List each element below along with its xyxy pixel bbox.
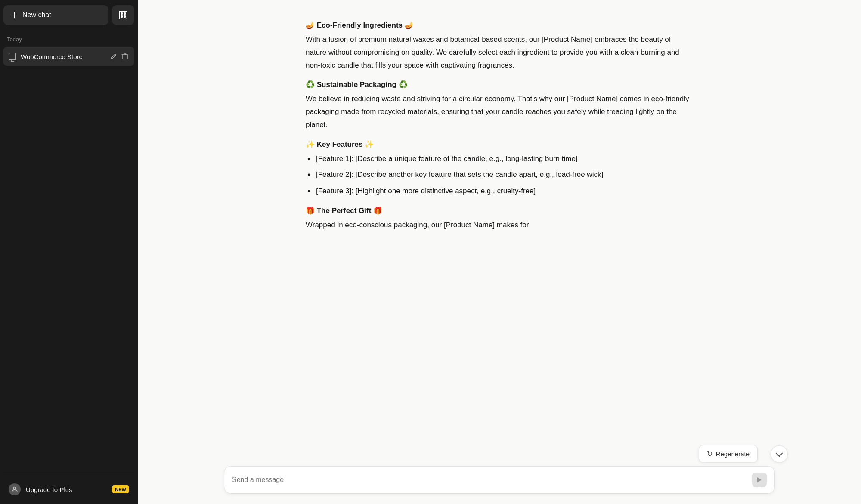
user-avatar <box>9 483 21 495</box>
svg-rect-0 <box>122 55 127 59</box>
refresh-icon: ↻ <box>707 450 712 458</box>
list-item: [Feature 1]: [Describe a unique feature … <box>306 152 693 165</box>
trash-icon <box>121 53 128 60</box>
upgrade-button[interactable]: Upgrade to Plus NEW <box>3 478 134 501</box>
delete-chat-button[interactable] <box>121 52 129 61</box>
chat-item[interactable]: WooCommerce Store <box>3 47 134 66</box>
layout-icon <box>119 11 127 19</box>
section-sustainable: ♻️ Sustainable Packaging ♻️ We believe i… <box>306 80 693 131</box>
chevron-down-icon <box>776 450 783 457</box>
new-chat-button[interactable]: New chat <box>3 5 108 25</box>
chat-icon <box>9 53 16 60</box>
eco-friendly-body: With a fusion of premium natural waxes a… <box>306 33 693 71</box>
sidebar-top: New chat <box>3 3 134 27</box>
sustainable-heading: ♻️ Sustainable Packaging ♻️ <box>306 80 693 89</box>
plus-icon <box>10 11 18 19</box>
features-list: [Feature 1]: [Describe a unique feature … <box>306 152 693 198</box>
section-eco-friendly: 🪔 Eco-Friendly Ingredients 🪔 With a fusi… <box>306 21 693 71</box>
message-input[interactable] <box>232 476 752 484</box>
sidebar: New chat Today WooCommerce Store <box>0 0 138 504</box>
person-icon <box>11 486 18 493</box>
main-chat-area: 🪔 Eco-Friendly Ingredients 🪔 With a fusi… <box>138 0 861 504</box>
perfect-gift-heading: 🎁 The Perfect Gift 🎁 <box>306 206 693 215</box>
send-button[interactable] <box>752 473 767 487</box>
eco-friendly-heading: 🪔 Eco-Friendly Ingredients 🪔 <box>306 21 693 30</box>
input-box <box>224 466 775 494</box>
regenerate-label: Regenerate <box>716 450 750 458</box>
edit-chat-button[interactable] <box>109 52 118 61</box>
layout-toggle-button[interactable] <box>112 5 134 25</box>
key-features-heading: ✨ Key Features ✨ <box>306 140 693 149</box>
upgrade-label: Upgrade to Plus <box>26 486 72 493</box>
chat-item-name: WooCommerce Store <box>21 53 105 60</box>
list-item: [Feature 2]: [Describe another key featu… <box>306 168 693 181</box>
svg-point-1 <box>13 487 16 490</box>
perfect-gift-body: Wrapped in eco-conscious packaging, our … <box>306 219 693 232</box>
section-perfect-gift: 🎁 The Perfect Gift 🎁 Wrapped in eco-cons… <box>306 206 693 232</box>
sidebar-bottom: Upgrade to Plus NEW <box>3 473 134 501</box>
new-badge: NEW <box>112 485 129 493</box>
list-item: [Feature 3]: [Highlight one more distinc… <box>306 185 693 198</box>
edit-icon <box>110 53 117 60</box>
today-section-label: Today <box>3 34 134 45</box>
send-icon <box>757 477 762 482</box>
section-key-features: ✨ Key Features ✨ [Feature 1]: [Describe … <box>306 140 693 198</box>
chat-item-actions <box>109 52 129 61</box>
new-chat-label: New chat <box>22 11 51 19</box>
message-block: 🪔 Eco-Friendly Ingredients 🪔 With a fusi… <box>306 21 693 232</box>
sustainable-body: We believe in reducing waste and strivin… <box>306 93 693 131</box>
chat-content: 🪔 Eco-Friendly Ingredients 🪔 With a fusi… <box>138 0 861 504</box>
input-area <box>138 459 861 504</box>
